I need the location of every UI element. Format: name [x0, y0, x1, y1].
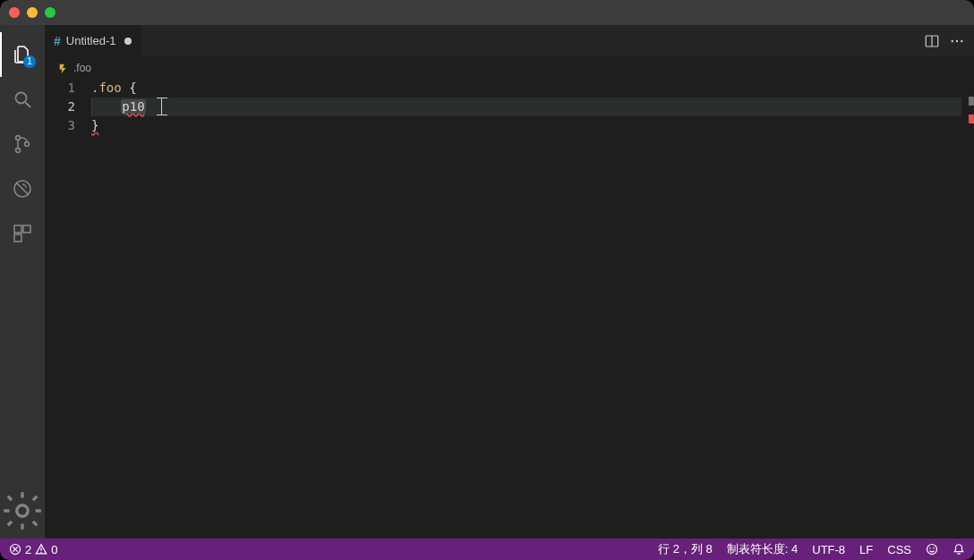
status-encoding[interactable]: UTF-8: [812, 543, 845, 556]
css-file-icon: #: [54, 34, 61, 48]
svg-point-23: [933, 547, 935, 549]
status-eol[interactable]: LF: [859, 543, 873, 556]
code-content[interactable]: .foo { p10 }: [91, 79, 974, 539]
activity-settings[interactable]: [0, 488, 45, 533]
status-right: 行 2，列 8 制表符长度: 4 UTF-8 LF CSS: [658, 541, 965, 557]
overview-ruler[interactable]: [961, 79, 974, 539]
code-line[interactable]: .foo {: [91, 79, 974, 98]
status-feedback[interactable]: [926, 543, 938, 556]
title-bar[interactable]: [0, 0, 974, 25]
status-notifications[interactable]: [953, 543, 965, 556]
app-window: 1 # Untitled-1: [0, 0, 974, 560]
more-actions-icon[interactable]: [949, 33, 965, 49]
indent-guide: [91, 98, 98, 116]
split-editor-icon[interactable]: [924, 33, 940, 49]
activity-extensions[interactable]: [0, 211, 45, 256]
svg-rect-9: [14, 234, 21, 242]
debug-icon: [12, 178, 33, 199]
status-cursor-position[interactable]: 行 2，列 8: [658, 541, 713, 557]
warning-count: 0: [51, 543, 57, 556]
svg-point-21: [927, 544, 936, 554]
svg-point-20: [41, 552, 42, 553]
editor-actions: [915, 25, 974, 56]
window-minimize-button[interactable]: [27, 7, 38, 18]
svg-line-1: [26, 103, 31, 108]
tab-untitled-1[interactable]: # Untitled-1: [45, 25, 141, 56]
activity-bar: 1: [0, 25, 45, 539]
svg-point-3: [16, 148, 21, 153]
svg-rect-8: [23, 225, 30, 233]
line-number: 2: [45, 98, 75, 116]
css-rule-icon: [57, 62, 70, 74]
status-left: 2 0: [9, 543, 57, 556]
svg-point-0: [16, 93, 27, 104]
code-line[interactable]: }: [91, 116, 974, 135]
status-indentation[interactable]: 制表符长度: 4: [727, 541, 798, 557]
status-bar: 2 0 行 2，列 8 制表符长度: 4 UTF-8 LF CSS: [0, 539, 974, 560]
search-icon: [12, 89, 33, 110]
activity-search[interactable]: [0, 77, 45, 122]
window-close-button[interactable]: [9, 7, 20, 18]
traffic-lights: [9, 7, 56, 18]
svg-point-13: [952, 39, 953, 41]
error-icon: [9, 543, 21, 556]
code-editor[interactable]: 1 2 3 .foo { p10 }: [45, 79, 974, 539]
svg-point-15: [961, 39, 962, 41]
line-number: 3: [45, 116, 75, 135]
warning-icon: [35, 543, 47, 556]
explorer-badge: 1: [23, 55, 36, 68]
svg-point-4: [25, 142, 30, 147]
extensions-icon: [12, 223, 33, 244]
window-zoom-button[interactable]: [45, 7, 56, 18]
code-token: p10: [121, 99, 145, 114]
gear-icon: [0, 488, 45, 533]
code-token: }: [91, 118, 98, 132]
text-cursor-icon: [157, 98, 167, 115]
status-problems[interactable]: 2 0: [9, 543, 57, 556]
overview-cursor-mark: [969, 97, 974, 106]
svg-point-10: [17, 505, 29, 517]
line-gutter: 1 2 3: [45, 79, 91, 539]
bell-icon: [953, 543, 965, 556]
status-language[interactable]: CSS: [887, 543, 911, 556]
breadcrumb-item: .foo: [73, 62, 91, 74]
editor-group: # Untitled-1 .foo 1: [45, 25, 974, 539]
svg-point-14: [956, 39, 958, 41]
error-count: 2: [25, 543, 31, 556]
breadcrumb[interactable]: .foo: [45, 57, 974, 79]
activity-source-control[interactable]: [0, 122, 45, 166]
line-number: 1: [45, 79, 75, 98]
smiley-icon: [926, 543, 938, 556]
svg-point-22: [929, 547, 931, 549]
activity-debug[interactable]: [0, 166, 45, 211]
overview-error-mark: [969, 115, 974, 123]
dirty-indicator-icon: [124, 38, 132, 45]
svg-point-2: [16, 136, 21, 140]
svg-rect-7: [14, 225, 21, 233]
activity-explorer[interactable]: 1: [0, 32, 45, 77]
tab-label: Untitled-1: [66, 34, 116, 47]
main-row: 1 # Untitled-1: [0, 25, 974, 539]
source-control-icon: [12, 133, 33, 155]
code-line[interactable]: p10: [91, 98, 970, 116]
tabs-row: # Untitled-1: [45, 25, 974, 57]
